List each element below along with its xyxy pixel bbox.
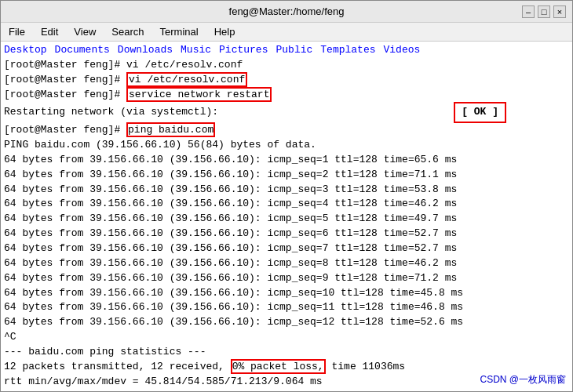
terminal-line-seq6: 64 bytes from 39.156.66.10 (39.156.66.10… [4,227,569,241]
link-templates[interactable]: Templates [320,43,375,58]
window-controls: – □ × [522,5,566,18]
link-downloads[interactable]: Downloads [118,43,173,58]
terminal-line-seq11: 64 bytes from 39.156.66.10 (39.156.66.10… [4,300,569,315]
terminal-line-1: [root@Master feng]# vi /etc/resolv.conf [4,58,569,73]
link-documents[interactable]: Documents [55,43,110,58]
title-bar: feng@Master:/home/feng – □ × [1,1,572,23]
terminal-line-seq4: 64 bytes from 39.156.66.10 (39.156.66.10… [4,197,569,212]
terminal-line-packets: 12 packets transmitted, 12 received, 0% … [4,360,569,375]
terminal-line-seq9: 64 bytes from 39.156.66.10 (39.156.66.10… [4,271,569,286]
terminal-line-seq1: 64 bytes from 39.156.66.10 (39.156.66.10… [4,153,569,168]
menu-search[interactable]: Search [107,24,148,39]
terminal-line-ping-header: PING baidu.com (39.156.66.10) 56(84) byt… [4,138,569,153]
maximize-button[interactable]: □ [538,5,550,18]
menu-view[interactable]: View [69,24,100,39]
highlight-service: service network restart [126,87,272,102]
terminal-line-seq5: 64 bytes from 39.156.66.10 (39.156.66.10… [4,212,569,227]
link-public[interactable]: Public [276,43,312,58]
window-title: feng@Master:/home/feng [229,5,345,17]
terminal-line-2: [root@Master feng]# vi /etc/resolv.conf [4,73,569,88]
terminal-line-restarting: Restarting network (via systemctl): [4,105,218,120]
terminal-line-stats: --- baidu.com ping statistics --- [4,345,569,360]
close-button[interactable]: × [553,5,566,18]
terminal-window: feng@Master:/home/feng – □ × File Edit V… [0,0,573,392]
menu-edit[interactable]: Edit [36,24,63,39]
link-videos[interactable]: Videos [384,43,421,58]
terminal-line-seq10: 64 bytes from 39.156.66.10 (39.156.66.10… [4,286,569,301]
minimize-button[interactable]: – [522,5,535,18]
menu-terminal[interactable]: Terminal [155,24,203,39]
terminal-line-seq2: 64 bytes from 39.156.66.10 (39.156.66.10… [4,168,569,183]
link-pictures[interactable]: Pictures [219,43,268,58]
link-music[interactable]: Music [181,43,211,58]
highlight-packet-loss: 0% packet loss, [231,359,326,374]
terminal-line-3: [root@Master feng]# service network rest… [4,88,272,103]
terminal-wrapper: Desktop Documents Downloads Music Pictur… [1,42,572,391]
terminal-line-prompt: [root@Master feng]# [4,389,569,391]
links-line: Desktop Documents Downloads Music Pictur… [4,43,569,58]
ok-indicator: [ OK ] [454,102,506,123]
highlight-ping: ping baidu.com [126,122,215,137]
terminal-line-seq8: 64 bytes from 39.156.66.10 (39.156.66.10… [4,256,569,271]
terminal-line-seq7: 64 bytes from 39.156.66.10 (39.156.66.10… [4,241,569,256]
terminal-line-ctrlc: ^C [4,330,569,345]
watermark: CSDN @一枚风雨窗 [480,373,566,387]
terminal-line-seq3: 64 bytes from 39.156.66.10 (39.156.66.10… [4,183,569,198]
terminal-line-ping: [root@Master feng]# ping baidu.com [4,123,569,138]
terminal-line-seq12: 64 bytes from 39.156.66.10 (39.156.66.10… [4,315,569,330]
menu-help[interactable]: Help [210,24,240,39]
highlight-vi-resolv: vi /etc/resolv.conf [126,72,247,87]
terminal-body[interactable]: Desktop Documents Downloads Music Pictur… [1,42,572,391]
menu-file[interactable]: File [4,24,30,39]
link-desktop[interactable]: Desktop [4,43,47,58]
menu-bar: File Edit View Search Terminal Help [1,23,572,42]
